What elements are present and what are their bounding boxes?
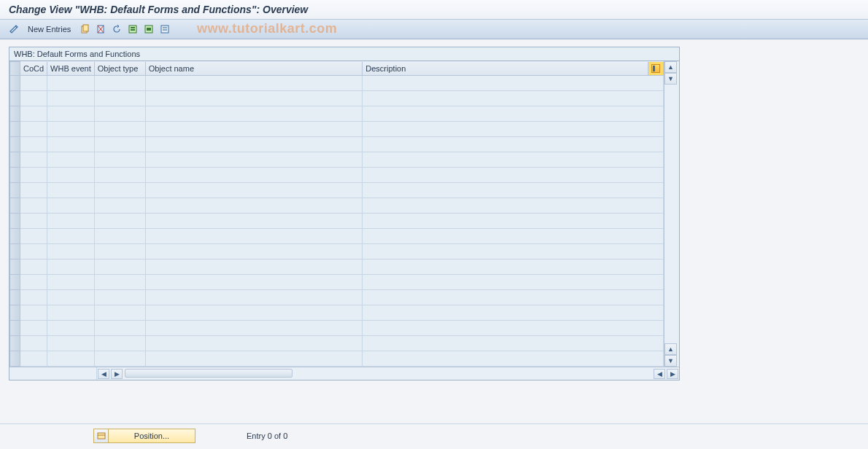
position-button[interactable]: Position... xyxy=(93,429,195,443)
cell-object-name[interactable] xyxy=(145,168,363,183)
table-row[interactable] xyxy=(10,290,664,305)
cell-object-type[interactable] xyxy=(94,106,145,122)
cell-description[interactable] xyxy=(363,229,664,244)
cell-object-type[interactable] xyxy=(94,152,145,168)
column-header-object-name[interactable]: Object name xyxy=(145,62,363,76)
scroll-up-button-bottom[interactable]: ▲ xyxy=(664,343,677,355)
table-row[interactable] xyxy=(10,214,664,229)
row-selector[interactable] xyxy=(10,106,20,122)
table-row[interactable] xyxy=(10,275,664,290)
scroll-left-button[interactable]: ◀ xyxy=(98,369,109,379)
cell-whb-event[interactable] xyxy=(47,214,95,229)
cell-whb-event[interactable] xyxy=(47,244,95,259)
table-row[interactable] xyxy=(10,336,664,351)
row-selector[interactable] xyxy=(10,321,20,336)
scroll-up-button[interactable]: ▲ xyxy=(664,61,677,73)
cell-cocd[interactable] xyxy=(20,122,47,137)
cell-cocd[interactable] xyxy=(20,214,47,229)
cell-description[interactable] xyxy=(363,305,664,321)
cell-whb-event[interactable] xyxy=(47,76,95,91)
row-selector[interactable] xyxy=(10,214,20,229)
table-row[interactable] xyxy=(10,183,664,198)
cell-whb-event[interactable] xyxy=(47,336,95,351)
cell-whb-event[interactable] xyxy=(47,137,95,152)
table-row[interactable] xyxy=(10,259,664,275)
cell-description[interactable] xyxy=(363,351,664,367)
scroll-thumb[interactable] xyxy=(125,369,292,378)
cell-whb-event[interactable] xyxy=(47,106,95,122)
cell-whb-event[interactable] xyxy=(47,168,95,183)
cell-object-type[interactable] xyxy=(94,76,145,91)
cell-object-type[interactable] xyxy=(94,244,145,259)
cell-object-type[interactable] xyxy=(94,183,145,198)
cell-cocd[interactable] xyxy=(20,336,47,351)
column-header-description[interactable]: Description xyxy=(363,62,648,76)
cell-object-type[interactable] xyxy=(94,168,145,183)
table-row[interactable] xyxy=(10,198,664,214)
cell-description[interactable] xyxy=(363,321,664,336)
cell-object-name[interactable] xyxy=(145,91,363,106)
cell-cocd[interactable] xyxy=(20,168,47,183)
cell-object-name[interactable] xyxy=(145,106,363,122)
row-selector[interactable] xyxy=(10,91,20,106)
table-row[interactable] xyxy=(10,76,664,91)
cell-whb-event[interactable] xyxy=(47,275,95,290)
table-row[interactable] xyxy=(10,305,664,321)
cell-whb-event[interactable] xyxy=(47,321,95,336)
cell-description[interactable] xyxy=(363,168,664,183)
row-selector[interactable] xyxy=(10,351,20,367)
cell-object-name[interactable] xyxy=(145,321,363,336)
table-row[interactable] xyxy=(10,122,664,137)
select-block-icon[interactable] xyxy=(142,23,155,36)
cell-object-name[interactable] xyxy=(145,259,363,275)
column-header-object-type[interactable]: Object type xyxy=(94,62,145,76)
cell-object-type[interactable] xyxy=(94,229,145,244)
cell-object-name[interactable] xyxy=(145,152,363,168)
cell-object-name[interactable] xyxy=(145,214,363,229)
row-selector[interactable] xyxy=(10,336,20,351)
row-selector[interactable] xyxy=(10,76,20,91)
row-selector[interactable] xyxy=(10,275,20,290)
cell-cocd[interactable] xyxy=(20,351,47,367)
cell-cocd[interactable] xyxy=(20,275,47,290)
table-row[interactable] xyxy=(10,106,664,122)
row-selector-header[interactable] xyxy=(10,62,20,76)
cell-cocd[interactable] xyxy=(20,259,47,275)
cell-object-name[interactable] xyxy=(145,305,363,321)
row-selector[interactable] xyxy=(10,198,20,214)
table-row[interactable] xyxy=(10,152,664,168)
cell-object-name[interactable] xyxy=(145,351,363,367)
deselect-all-icon[interactable] xyxy=(158,23,171,36)
cell-object-name[interactable] xyxy=(145,229,363,244)
cell-object-name[interactable] xyxy=(145,76,363,91)
cell-cocd[interactable] xyxy=(20,244,47,259)
cell-cocd[interactable] xyxy=(20,91,47,106)
cell-object-name[interactable] xyxy=(145,183,363,198)
scroll-down-button-bottom[interactable]: ▼ xyxy=(664,355,677,367)
cell-description[interactable] xyxy=(363,275,664,290)
cell-object-type[interactable] xyxy=(94,91,145,106)
vertical-scrollbar[interactable]: ▲ ▼ ▲ ▼ xyxy=(664,61,677,367)
table-row[interactable] xyxy=(10,91,664,106)
cell-whb-event[interactable] xyxy=(47,183,95,198)
table-config-button[interactable] xyxy=(648,62,663,76)
cell-description[interactable] xyxy=(363,183,664,198)
cell-cocd[interactable] xyxy=(20,183,47,198)
cell-description[interactable] xyxy=(363,259,664,275)
cell-whb-event[interactable] xyxy=(47,290,95,305)
toggle-edit-icon[interactable] xyxy=(7,23,20,36)
cell-object-type[interactable] xyxy=(94,351,145,367)
row-selector[interactable] xyxy=(10,137,20,152)
cell-object-name[interactable] xyxy=(145,290,363,305)
cell-description[interactable] xyxy=(363,76,664,91)
cell-cocd[interactable] xyxy=(20,290,47,305)
table-row[interactable] xyxy=(10,229,664,244)
new-entries-button[interactable]: New Entries xyxy=(23,25,75,34)
row-selector[interactable] xyxy=(10,229,20,244)
cell-cocd[interactable] xyxy=(20,106,47,122)
cell-whb-event[interactable] xyxy=(47,259,95,275)
delete-icon[interactable] xyxy=(94,23,107,36)
row-selector[interactable] xyxy=(10,122,20,137)
cell-object-name[interactable] xyxy=(145,122,363,137)
table-row[interactable] xyxy=(10,321,664,336)
